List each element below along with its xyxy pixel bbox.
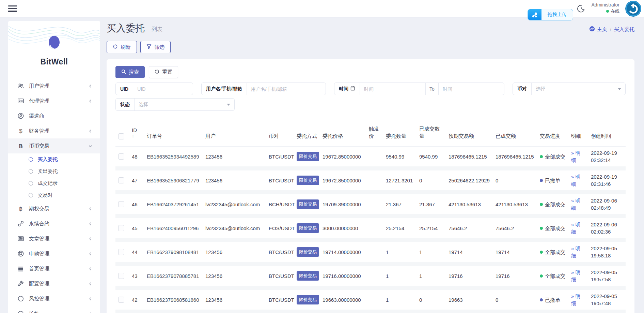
row-checkbox[interactable]: [118, 225, 124, 231]
chevron-left-icon: [88, 281, 93, 286]
sidebar-item[interactable]: 矿机: [8, 306, 100, 313]
hamburger-menu-icon[interactable]: [8, 5, 17, 12]
sidebar-item[interactable]: $财务管理: [8, 123, 100, 138]
user-block[interactable]: Administrator 在线: [592, 2, 619, 14]
reset-button[interactable]: 重置: [149, 66, 178, 78]
bullet-circle-icon: [29, 181, 33, 185]
dashboard-gauge-icon: [589, 26, 595, 33]
chevron-left-icon: [88, 99, 93, 103]
cell-user: 123456: [203, 242, 266, 266]
breadcrumb-home-link[interactable]: 主页: [589, 26, 607, 33]
detail-link[interactable]: » 明细: [571, 293, 581, 306]
sidebar-subitem[interactable]: 卖出委托: [8, 165, 100, 177]
column-header-id[interactable]: ID ↑: [129, 119, 144, 147]
sidebar-item[interactable]: ฿期权交易: [8, 201, 100, 216]
cell-expected-value: 250264622.12929: [446, 170, 493, 194]
uid-input[interactable]: [133, 83, 193, 95]
row-checkbox[interactable]: [118, 273, 124, 279]
cell-created-at: 2022-09-06 02:02:36: [588, 218, 626, 242]
status-dot-icon: [540, 203, 543, 206]
user-filter-group: 用户名/手机/邮箱: [201, 83, 326, 95]
calendar-icon: [350, 86, 355, 92]
status-select[interactable]: 选择: [135, 99, 227, 110]
breadcrumb-current[interactable]: 买入委托: [614, 26, 634, 33]
detail-link[interactable]: » 明细: [571, 198, 581, 211]
entrust-type-badge: 限价交易: [297, 223, 319, 233]
cell-filled-amount: 0: [417, 170, 446, 194]
cell-trigger-price: [366, 218, 383, 242]
detail-link[interactable]: » 明细: [571, 150, 581, 163]
row-checkbox[interactable]: [118, 153, 124, 160]
pair-select[interactable]: 选择: [532, 83, 618, 95]
row-checkbox[interactable]: [118, 177, 124, 183]
row-checkbox[interactable]: [118, 201, 124, 207]
time-to-separator: To: [425, 83, 439, 95]
sidebar-item[interactable]: 风控管理: [8, 291, 100, 306]
sidebar-item[interactable]: 文章管理: [8, 231, 100, 246]
cell-id: 45: [129, 218, 144, 242]
svg-text:B: B: [19, 143, 22, 149]
column-header: 委托数量: [383, 119, 417, 147]
sidebar-item[interactable]: 用户管理: [8, 78, 100, 93]
uid-label: UID: [116, 83, 133, 95]
dark-mode-toggle[interactable]: [577, 3, 588, 14]
funnel-icon: [146, 44, 152, 50]
user-input[interactable]: [247, 83, 326, 95]
sidebar-subitem[interactable]: 成交记录: [8, 177, 100, 189]
chevron-left-icon: [88, 296, 93, 301]
sidebar-item[interactable]: 申购管理: [8, 246, 100, 261]
cell-filled-amount: 21.367: [417, 194, 446, 218]
status-filter-group: 状态 选择: [115, 98, 235, 111]
column-header: 委托价格: [320, 119, 366, 147]
svg-text:฿: ฿: [19, 206, 22, 212]
sidebar-subitem[interactable]: 交易对: [8, 189, 100, 201]
status-dot-icon: [540, 155, 543, 158]
table-row: 45EB1662400956011296lw232345@outlook.com…: [115, 218, 626, 242]
sidebar-subitem[interactable]: 买入委托: [8, 153, 100, 165]
life-ring-icon: [17, 250, 25, 257]
refresh-button[interactable]: 刷新: [107, 41, 137, 53]
id-card-icon: [17, 97, 25, 105]
cell-user: lw232345@outlook.com: [203, 218, 266, 242]
cell-trigger-price: [366, 266, 383, 290]
app-window: Administrator 在线 拖拽上传: [0, 0, 644, 313]
cell-price: 19716.00000000: [320, 266, 366, 290]
cell-filled-value: 0: [493, 170, 537, 194]
select-all-checkbox[interactable]: [118, 133, 124, 139]
row-checkbox[interactable]: [118, 249, 124, 255]
time-from-input[interactable]: [360, 83, 425, 95]
sidebar-item[interactable]: 渠道商: [8, 108, 100, 123]
entrust-type-badge: 限价交易: [297, 271, 319, 281]
detail-link[interactable]: » 明细: [571, 174, 581, 187]
circle-icon: [17, 295, 25, 302]
avatar[interactable]: [625, 1, 641, 17]
sidebar: BitWell 用户管理代理管理渠道商$财务管理B币币交易买入委托卖出委托成交记…: [8, 21, 100, 313]
detail-link[interactable]: » 明细: [571, 222, 581, 235]
cell-pair: BCH/USDT: [266, 194, 294, 218]
column-header: 预期交易额: [446, 119, 493, 147]
sidebar-item[interactable]: 首页管理: [8, 261, 100, 276]
sidebar-item[interactable]: 代理管理: [8, 93, 100, 108]
online-dot-icon: [606, 10, 609, 13]
sidebar-item[interactable]: B币币交易: [8, 138, 100, 153]
cell-filled-value: 19714: [493, 242, 537, 266]
table-row: 42EB1662379068581860123456BTC/USDT限价交易19…: [115, 290, 626, 313]
progress-status: 全部成交: [540, 225, 566, 232]
row-checkbox[interactable]: [118, 297, 124, 303]
filter-button[interactable]: 筛选: [140, 41, 171, 53]
cell-price: 19672.85000000: [320, 170, 366, 194]
chevron-left-icon: [88, 251, 93, 256]
time-to-input[interactable]: [439, 83, 504, 95]
sort-asc-icon: ↑: [132, 134, 141, 140]
sidebar-item[interactable]: 永续合约: [8, 216, 100, 231]
search-icon: [121, 69, 126, 75]
search-actions: 搜索 重置: [115, 66, 626, 78]
cell-order-no: EB1662379078885781: [144, 266, 203, 290]
detail-link[interactable]: » 明细: [571, 269, 581, 282]
detail-link[interactable]: » 明细: [571, 245, 581, 258]
progress-status: 已撤单: [540, 296, 566, 303]
drag-upload-widget[interactable]: 拖拽上传: [528, 9, 573, 20]
column-header: 订单号: [144, 119, 203, 147]
search-button[interactable]: 搜索: [115, 66, 145, 78]
sidebar-item[interactable]: 配置管理: [8, 276, 100, 291]
